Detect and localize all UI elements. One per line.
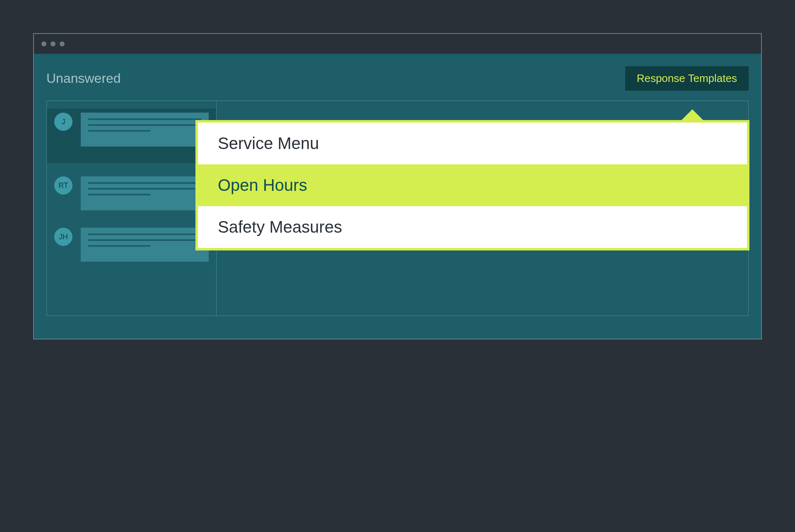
- message-list-panel: J RT: [47, 101, 217, 315]
- browser-window: Unanswered Response Templates J RT: [33, 33, 762, 339]
- template-option-safety-measures[interactable]: Safety Measures: [198, 206, 747, 248]
- preview-line: [88, 194, 150, 195]
- message-item[interactable]: RT: [54, 172, 209, 214]
- preview-line: [88, 124, 201, 126]
- dropdown-arrow-icon: [681, 109, 704, 121]
- browser-chrome: [34, 34, 761, 54]
- window-control-dot[interactable]: [51, 41, 55, 46]
- header-row: Unanswered Response Templates: [46, 66, 749, 91]
- message-preview: [81, 176, 209, 210]
- window-control-dot[interactable]: [41, 41, 46, 46]
- templates-dropdown: Service Menu Open Hours Safety Measures: [195, 120, 749, 250]
- preview-line: [88, 239, 201, 241]
- template-option-open-hours[interactable]: Open Hours: [198, 164, 747, 206]
- preview-line: [88, 118, 201, 120]
- message-item[interactable]: JH: [54, 224, 209, 266]
- preview-line: [88, 234, 201, 235]
- window-control-dot[interactable]: [60, 41, 65, 46]
- page-title: Unanswered: [46, 71, 121, 86]
- template-option-service-menu[interactable]: Service Menu: [198, 123, 747, 164]
- preview-line: [88, 182, 201, 184]
- preview-line: [88, 245, 150, 247]
- message-preview: [81, 113, 209, 147]
- avatar: JH: [54, 228, 72, 246]
- message-item[interactable]: J: [47, 108, 216, 163]
- preview-line: [88, 130, 150, 132]
- avatar: J: [54, 113, 72, 131]
- preview-line: [88, 188, 201, 190]
- avatar: RT: [54, 176, 72, 195]
- app-content: Unanswered Response Templates J RT: [34, 54, 761, 339]
- message-preview: [81, 228, 209, 262]
- response-templates-button[interactable]: Response Templates: [625, 66, 749, 91]
